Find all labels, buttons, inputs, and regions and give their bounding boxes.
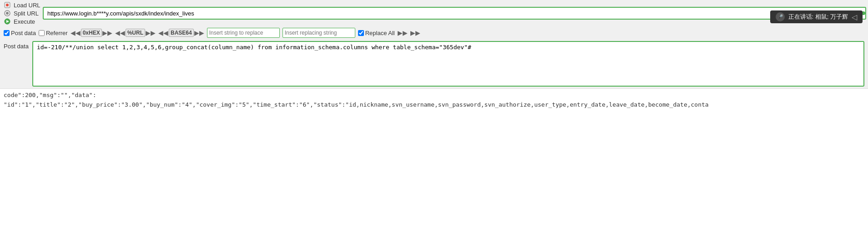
replace-all-checkbox[interactable] [358,30,364,36]
post-data-section: Post data [0,39,868,88]
url-arrow-btn[interactable]: ◀◀ %URL ▶▶ [115,29,156,37]
svg-point-1 [6,4,9,6]
extra-arrow-right-icon-2: ▶▶ [410,29,420,36]
post-data-textarea[interactable] [32,41,864,87]
voice-arrow-icon: ◁ [852,13,857,21]
url-label[interactable]: %URL [126,29,145,37]
referrer-checkbox[interactable] [39,30,45,36]
execute-icon [4,18,11,25]
url-and-voice: 🎤 正在讲话: 相鼠; 万子辉 ◁ [43,7,866,20]
replace-all-label[interactable]: Replace All [365,30,395,36]
split-url-nav[interactable]: Split URL [2,9,43,17]
nav-items-col: Load URL Split URL [2,1,43,26]
post-data-checkbox-group: Post data [4,30,36,36]
base64-arrow-right-icon: ▶▶ [194,29,204,36]
referrer-checkbox-group: Referrer [39,30,68,36]
url-row-wrapper: Load URL Split URL [0,0,868,26]
load-url-icon [4,1,11,9]
top-section: Load URL Split URL [0,0,868,88]
extra-arrow-btn-2[interactable]: ▶▶ [410,29,420,36]
response-line-1: code":200,"msg":"","data": [4,91,864,100]
post-data-checkbox[interactable] [4,30,10,36]
execute-label: Execute [14,18,35,25]
base64-arrow-left-icon: ◀◀ [158,29,168,36]
bottom-section: code":200,"msg":"","data": "id":"1","tit… [0,88,868,242]
insert-replacing-input[interactable] [283,28,355,38]
url-arrow-left-icon: ◀◀ [115,29,125,36]
base64-label[interactable]: BASE64 [169,29,194,37]
split-url-label: Split URL [14,10,39,17]
options-row: Post data Referrer ◀◀ 0xHEX ▶▶ ◀◀ %URL ▶… [0,26,868,39]
response-area: code":200,"msg":"","data": "id":"1","tit… [0,88,868,112]
replace-all-checkbox-group: Replace All [358,30,395,36]
post-data-section-label: Post data [0,40,32,52]
extra-arrow-btn-1[interactable]: ▶▶ [398,29,408,36]
hex-arrow-right-icon: ▶▶ [102,29,112,36]
voice-text: 正在讲话: 相鼠; 万子辉 [788,13,848,21]
base64-arrow-btn[interactable]: ◀◀ BASE64 ▶▶ [158,29,204,37]
hex-label[interactable]: 0xHEX [81,29,102,37]
execute-nav[interactable]: Execute [2,17,43,26]
url-input[interactable] [43,7,866,20]
post-data-option-label[interactable]: Post data [11,30,36,36]
referrer-option-label[interactable]: Referrer [46,30,68,36]
microphone-icon: 🎤 [776,12,785,21]
app-container: Load URL Split URL [0,0,868,242]
voice-tooltip: 🎤 正在讲话: 相鼠; 万子辉 ◁ [770,10,863,23]
hex-arrow-btn[interactable]: ◀◀ 0xHEX ▶▶ [71,29,112,37]
hex-arrow-left-icon: ◀◀ [71,29,81,36]
response-line-2: "id":"1","title":"2","buy_price":"3.00",… [4,100,864,110]
svg-point-3 [6,12,9,15]
extra-arrow-right-icon-1: ▶▶ [398,29,408,36]
load-url-label: Load URL [14,2,40,9]
load-url-nav[interactable]: Load URL [2,1,43,9]
insert-string-input[interactable] [207,28,280,38]
url-arrow-right-icon: ▶▶ [146,29,156,36]
split-url-icon [4,10,11,17]
